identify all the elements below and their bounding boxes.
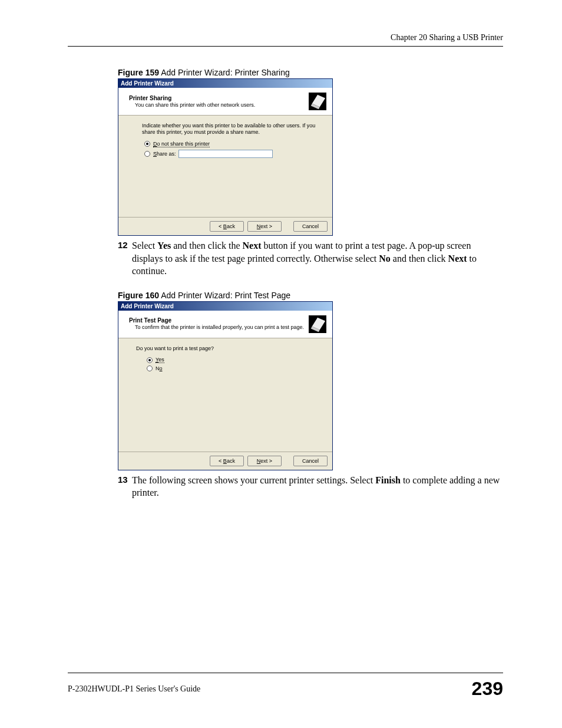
next-button[interactable]: Next >Next > [247, 456, 282, 466]
radio-do-not-share[interactable]: DDo not share this printero not share th… [144, 141, 318, 147]
step-13-number: 13 [118, 474, 130, 486]
wizard160-body: Do you want to print a test page? Yes Ye… [118, 338, 332, 452]
radio-yes-label: Yes [156, 357, 164, 363]
cancel-button[interactable]: Cancel [293, 221, 328, 232]
wizard159-panel-title: Printer Sharing [129, 95, 309, 101]
back-button[interactable]: < Back< Back [210, 221, 244, 232]
radio-do-not-share-label: DDo not share this printero not share th… [153, 141, 210, 147]
radio-no[interactable]: No No [147, 365, 318, 371]
radio-icon [144, 141, 150, 147]
cancel-button[interactable]: Cancel [293, 456, 328, 466]
printer-icon [309, 93, 326, 110]
page-number: 239 [472, 678, 503, 700]
step-12: 12 Select Yes and then click the Next bu… [118, 239, 503, 278]
next-button[interactable]: Next >Next > [247, 221, 282, 232]
wizard159-footer: < Back< Back Next >Next > Cancel [118, 217, 332, 235]
header-rule [68, 46, 503, 47]
chapter-header: Chapter 20 Sharing a USB Printer [68, 33, 503, 42]
wizard-print-test-page: Add Printer Wizard Print Test Page To co… [118, 301, 333, 470]
figure159-caption: Figure 159 Add Printer Wizard: Printer S… [118, 68, 503, 77]
wizard159-body: Indicate whether you want this printer t… [118, 116, 332, 217]
radio-yes[interactable]: Yes Yes [147, 357, 318, 363]
footer-rule [68, 673, 503, 673]
radio-icon [147, 365, 153, 371]
wizard-printer-sharing: Add Printer Wizard Printer Sharing You c… [118, 78, 333, 236]
step-13: 13 The following screen shows your curre… [118, 474, 503, 499]
wizard160-header: Print Test Page To confirm that the prin… [118, 311, 332, 338]
step-12-number: 12 [118, 239, 130, 251]
figure159-caption-rest: Add Printer Wizard: Printer Sharing [159, 68, 290, 77]
step-12-body: Select Yes and then click the Next butto… [132, 239, 503, 278]
wizard160-panel-subtitle: To confirm that the printer is installed… [135, 324, 309, 331]
figure159-caption-bold: Figure 159 [118, 68, 159, 77]
figure160-caption: Figure 160 Add Printer Wizard: Print Tes… [118, 291, 503, 300]
wizard160-question: Do you want to print a test page? [136, 345, 318, 352]
figure160-caption-bold: Figure 160 [118, 291, 159, 300]
footer-guide-name: P-2302HWUDL-P1 Series User's Guide [68, 684, 200, 694]
wizard160-titlebar: Add Printer Wizard [118, 302, 332, 311]
wizard160-panel-title: Print Test Page [129, 317, 309, 324]
radio-share-as-label: Share as: [153, 151, 176, 157]
wizard160-footer: < Back< Back Next >Next > Cancel [118, 452, 332, 470]
radio-icon [144, 151, 150, 157]
share-name-input[interactable] [178, 150, 273, 158]
radio-icon [147, 357, 153, 363]
wizard159-header: Printer Sharing You can share this print… [118, 88, 332, 116]
printer-icon [309, 315, 326, 333]
wizard159-titlebar: Add Printer Wizard [118, 79, 332, 88]
step-13-body: The following screen shows your current … [132, 474, 503, 499]
wizard159-instruction: Indicate whether you want this printer t… [142, 123, 318, 136]
back-button[interactable]: < Back< Back [210, 456, 244, 466]
page-footer: P-2302HWUDL-P1 Series User's Guide 239 [68, 673, 503, 700]
wizard159-panel-subtitle: You can share this printer with other ne… [135, 102, 309, 108]
radio-no-label: No [156, 365, 163, 371]
figure160-caption-rest: Add Printer Wizard: Print Test Page [159, 291, 290, 300]
radio-share-as[interactable]: Share as: Share as: [144, 150, 318, 158]
